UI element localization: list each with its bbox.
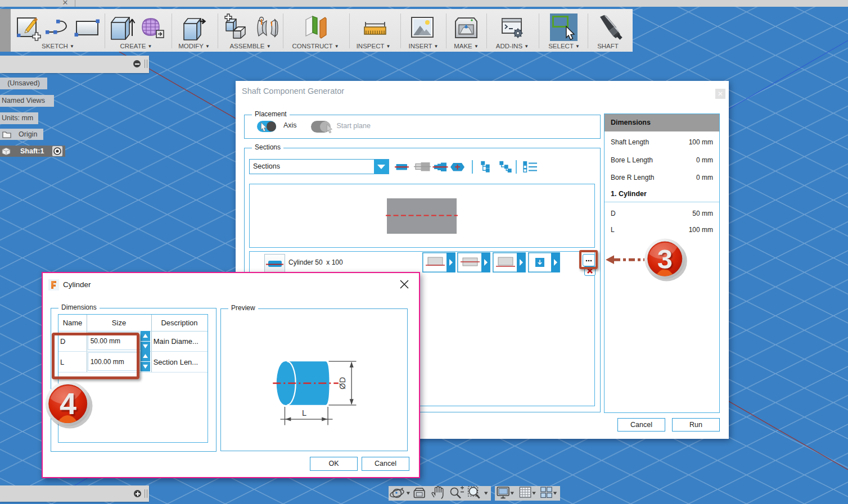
svg-text:4: 4 — [60, 387, 76, 420]
svg-text:L: L — [302, 408, 306, 417]
svg-text:ØD: ØD — [338, 377, 347, 389]
svg-text:3: 3 — [657, 244, 673, 274]
